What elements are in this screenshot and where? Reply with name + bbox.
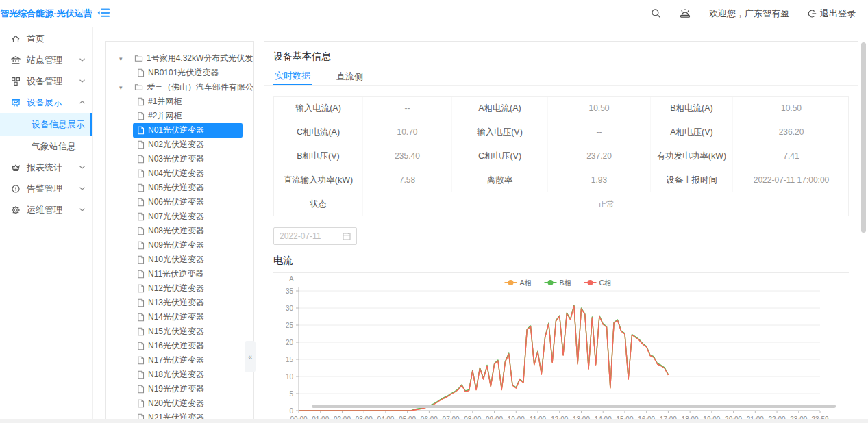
tree-item[interactable]: N10光伏逆变器 bbox=[106, 253, 253, 267]
logout-button[interactable]: 退出登录 bbox=[807, 8, 856, 20]
tree-item[interactable]: ▾1号家用4.32kW分布式光伏发电站 bbox=[106, 51, 253, 66]
svg-text:0: 0 bbox=[289, 407, 293, 415]
sidebar-item-alarm-mgmt[interactable]: 告警管理 bbox=[0, 178, 92, 199]
tree-item[interactable]: N19光伏逆变器 bbox=[106, 382, 253, 396]
tree-item[interactable]: N03光伏逆变器 bbox=[106, 152, 253, 166]
document-icon bbox=[137, 370, 145, 379]
sidebar-item-device-mgmt[interactable]: 设备管理 bbox=[0, 70, 92, 92]
table-label-cell: B相电压(V) bbox=[274, 144, 363, 168]
tree-item[interactable]: N06光伏逆变器 bbox=[106, 195, 253, 209]
tree-item[interactable]: #1并网柜 bbox=[106, 94, 253, 109]
home-icon bbox=[11, 34, 21, 44]
welcome-text: 欢迎您，广东智有盈 bbox=[709, 8, 789, 20]
device-info-table: 输入电流(A)--A相电流(A)10.50B相电流(A)10.50C相电流(A)… bbox=[273, 96, 849, 216]
tree-item[interactable]: N08光伏逆变器 bbox=[106, 224, 253, 238]
tree-item[interactable]: #2并网柜 bbox=[106, 109, 253, 123]
tree-item[interactable]: N01光伏逆变器 bbox=[106, 123, 253, 138]
tree-item[interactable]: N05光伏逆变器 bbox=[106, 181, 253, 195]
svg-text:B相: B相 bbox=[560, 279, 572, 287]
fund-view-icon bbox=[11, 98, 21, 107]
sidebar-item-station-mgmt[interactable]: 站点管理 bbox=[0, 49, 92, 70]
tree-item[interactable]: N18光伏逆变器 bbox=[106, 368, 253, 382]
tree-item[interactable]: ▾爱三（佛山）汽车部件有限公司光伏发 bbox=[106, 80, 253, 94]
tree-item-label: N08光伏逆变器 bbox=[148, 225, 204, 237]
caret-down-icon[interactable]: ▾ bbox=[119, 84, 130, 91]
table-value-cell: 237.20 bbox=[548, 144, 651, 168]
document-icon bbox=[137, 284, 145, 293]
table-value-cell: 10.50 bbox=[733, 97, 850, 120]
document-icon bbox=[137, 399, 145, 408]
sidebar-item-home[interactable]: 首页 bbox=[0, 28, 92, 49]
legend-item-A相[interactable]: A相 bbox=[505, 279, 532, 287]
table-label-cell: C相电流(A) bbox=[274, 120, 363, 144]
document-icon bbox=[137, 155, 145, 164]
date-picker[interactable]: 2022-07-11 bbox=[273, 227, 357, 245]
vertical-scrollbar[interactable] bbox=[861, 42, 866, 233]
tree-item[interactable]: N14光伏逆变器 bbox=[106, 310, 253, 324]
tree-collapse-handle[interactable]: « bbox=[245, 341, 256, 372]
tree-item[interactable]: N13光伏逆变器 bbox=[106, 296, 253, 310]
table-label-cell: A相电压(V) bbox=[651, 120, 733, 144]
tree-item-label: N03光伏逆变器 bbox=[148, 153, 204, 165]
alarm-icon[interactable] bbox=[679, 8, 691, 19]
sidebar-item-device-display[interactable]: 设备展示 bbox=[0, 92, 92, 113]
table-label-cell: 设备上报时间 bbox=[651, 168, 733, 192]
tree-item[interactable]: N09光伏逆变器 bbox=[106, 238, 253, 253]
sidebar-item-report-stats[interactable]: 报表统计 bbox=[0, 157, 92, 178]
tree-item[interactable]: N20光伏逆变器 bbox=[106, 396, 253, 411]
chevron-down-icon bbox=[79, 207, 86, 212]
tree-item-label: N19光伏逆变器 bbox=[148, 383, 204, 395]
tree-item[interactable]: N12光伏逆变器 bbox=[106, 281, 253, 296]
tree-item[interactable]: N04光伏逆变器 bbox=[106, 166, 253, 181]
tree-item-label: N04光伏逆变器 bbox=[148, 168, 204, 179]
tree-item[interactable]: N11光伏逆变器 bbox=[106, 267, 253, 281]
search-icon[interactable] bbox=[651, 8, 661, 18]
menu-fold-icon[interactable] bbox=[97, 7, 111, 19]
table-value-cell: 正常 bbox=[363, 192, 850, 216]
tab-dc-side[interactable]: 直流侧 bbox=[335, 69, 364, 84]
document-icon bbox=[137, 227, 145, 235]
svg-text:10: 10 bbox=[286, 373, 294, 381]
table-value-cell: 235.40 bbox=[363, 144, 452, 168]
tree-item-label: N10光伏逆变器 bbox=[148, 254, 204, 266]
legend-item-B相[interactable]: B相 bbox=[545, 279, 572, 287]
tree-item-label: N12光伏逆变器 bbox=[148, 283, 204, 294]
tree-item[interactable]: N02光伏逆变器 bbox=[106, 138, 253, 152]
svg-text:C相: C相 bbox=[599, 279, 612, 287]
svg-text:25: 25 bbox=[286, 322, 294, 329]
tree-item-label: 爱三（佛山）汽车部件有限公司光伏发 bbox=[147, 81, 253, 93]
tree-item-label: N13光伏逆变器 bbox=[148, 297, 204, 309]
tree-item-label: N14光伏逆变器 bbox=[148, 311, 204, 323]
tree-item-label: N15光伏逆变器 bbox=[148, 326, 204, 337]
sidebar-item-ops-mgmt[interactable]: 运维管理 bbox=[0, 199, 92, 220]
tree-item-label: #2并网柜 bbox=[148, 110, 182, 122]
logout-icon bbox=[807, 9, 817, 18]
bottom-scrollbar-track bbox=[0, 419, 868, 423]
table-label-cell: A相电流(A) bbox=[452, 97, 548, 120]
tree-item[interactable]: N16光伏逆变器 bbox=[106, 339, 253, 353]
table-label-cell: 离散率 bbox=[452, 168, 548, 192]
document-icon bbox=[137, 97, 145, 106]
tree-item[interactable]: N07光伏逆变器 bbox=[106, 209, 253, 224]
document-icon bbox=[137, 126, 145, 135]
tree-item[interactable]: N17光伏逆变器 bbox=[106, 353, 253, 368]
tab-bar: 实时数据 直流侧 bbox=[264, 68, 858, 86]
horizontal-scrollbar[interactable] bbox=[312, 405, 836, 408]
svg-text:A相: A相 bbox=[520, 279, 532, 287]
table-label-cell: 状态 bbox=[274, 192, 363, 216]
tab-realtime-data[interactable]: 实时数据 bbox=[273, 68, 312, 85]
legend-item-C相[interactable]: C相 bbox=[584, 279, 612, 287]
cluster-icon bbox=[11, 77, 21, 86]
tree-item[interactable]: N15光伏逆变器 bbox=[106, 324, 253, 339]
chevron-down-icon bbox=[79, 57, 86, 62]
document-icon bbox=[137, 342, 145, 350]
sidebar-subitem-weather-station[interactable]: 气象站信息 bbox=[0, 136, 92, 157]
caret-down-icon[interactable]: ▾ bbox=[119, 55, 130, 62]
sidebar-subitem-device-info-display[interactable]: 设备信息展示 bbox=[0, 113, 92, 136]
series-B相 bbox=[299, 305, 668, 411]
app-logo: 智光综合能源-光伏运营 bbox=[0, 0, 92, 27]
table-value-cell: 2022-07-11 17:00:00 bbox=[733, 168, 850, 192]
chevron-down-icon bbox=[79, 186, 86, 191]
chart-section-title: 电流 bbox=[273, 255, 849, 273]
tree-item[interactable]: NB0101光伏逆变器 bbox=[106, 66, 253, 80]
